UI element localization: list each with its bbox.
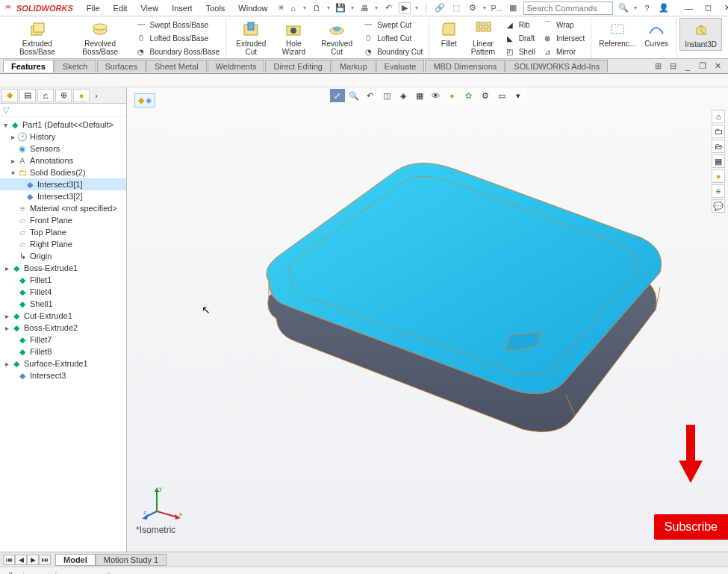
view-orientation-icon[interactable]: ◈ [396, 89, 411, 102]
view-more-icon[interactable]: ▾ [511, 89, 526, 102]
previous-view-icon[interactable]: ↶ [363, 89, 378, 102]
tree-boss-extrude2[interactable]: ▸◆Boss-Extrude2 [0, 322, 126, 334]
view-settings-icon[interactable]: ⚙ [478, 89, 493, 102]
print-icon[interactable]: 🖶 [358, 2, 370, 14]
tree-origin[interactable]: ↳Origin [0, 250, 126, 262]
hide-show-icon[interactable]: 👁 [429, 89, 444, 102]
shell-button[interactable]: ◰Shell [501, 45, 538, 58]
tab-mbd-dimensions[interactable]: MBD Dimensions [425, 60, 505, 72]
home-icon[interactable]: ⌂ [287, 2, 299, 14]
search-commands-input[interactable] [523, 1, 613, 15]
tree-tab-display[interactable]: ● [73, 89, 90, 102]
task-forum-icon[interactable]: 💬 [712, 199, 725, 213]
lofted-cut-button[interactable]: ⬯Lofted Cut [359, 31, 426, 45]
doc-restore-icon[interactable]: ❐ [697, 60, 709, 72]
tab-nav-first[interactable]: ⏮ [3, 555, 15, 565]
edit-appearance-icon[interactable]: ● [445, 89, 460, 102]
undo-icon[interactable]: ↶ [382, 2, 394, 14]
commands-icon[interactable]: ▦ [507, 2, 519, 14]
new-icon[interactable]: 🗋 [311, 2, 323, 14]
tab-nav-next[interactable]: ▶ [27, 555, 39, 565]
tree-right-plane[interactable]: ▱Right Plane [0, 238, 126, 250]
tab-sketch[interactable]: Sketch [55, 60, 96, 72]
tree-fillet8[interactable]: ◆Fillet8 [0, 346, 126, 358]
selection-filter-icon[interactable]: ▯ [4, 570, 16, 575]
doc-close-icon[interactable]: ✕ [712, 60, 724, 72]
task-appearances-icon[interactable]: ● [712, 169, 725, 183]
tab-surfaces[interactable]: Surfaces [97, 60, 146, 72]
instant3d-button[interactable]: Instant3D [679, 18, 722, 51]
help-icon[interactable]: ? [641, 2, 653, 14]
tree-fillet7[interactable]: ◆Fillet7 [0, 334, 126, 346]
tree-tab-feature[interactable]: ◆ [1, 89, 18, 102]
user-icon[interactable]: 👤 [658, 2, 670, 14]
filter-surface-icon[interactable]: ▱ [84, 570, 96, 575]
tree-solid-bodies[interactable]: ▾🗀Solid Bodies(2) [0, 166, 126, 178]
doc-minimize-icon[interactable]: _ [682, 60, 694, 72]
task-file-explorer-icon[interactable]: 🗁 [712, 140, 725, 153]
fillet-button[interactable]: Fillet [432, 18, 465, 58]
tree-material[interactable]: ≡Material <not specified> [0, 202, 126, 214]
extruded-boss-button[interactable]: Extruded Boss/Base [6, 18, 69, 58]
swept-boss-button[interactable]: 〰Swept Boss/Base [132, 18, 223, 31]
tree-annotations[interactable]: ▸AAnnotations [0, 155, 126, 166]
filter-axis-icon[interactable]: ↕ [120, 570, 132, 575]
tree-history[interactable]: ▸🕑History [0, 131, 126, 143]
bottom-tab-model[interactable]: Model [55, 554, 96, 566]
tree-fillet4[interactable]: ◆Fillet4 [0, 286, 126, 298]
filter-solid-icon[interactable]: ◈ [102, 570, 114, 575]
panel-layout-1-icon[interactable]: ⊞ [652, 60, 664, 72]
wrap-button[interactable]: ⌒Wrap [538, 18, 588, 31]
tree-top-plane[interactable]: ▱Top Plane [0, 226, 126, 238]
search-icon[interactable]: 🔍 [617, 2, 629, 14]
curves-button[interactable]: Curves [640, 18, 673, 49]
minimize-button[interactable]: — [680, 1, 698, 15]
tree-tab-dimxpert[interactable]: ⊕ [55, 89, 72, 102]
section-view-icon[interactable]: ◫ [379, 89, 394, 102]
subscribe-button[interactable]: Subscribe [654, 514, 728, 540]
task-design-library-icon[interactable]: 🗀 [712, 125, 725, 138]
menu-file[interactable]: File [81, 2, 106, 14]
menu-view[interactable]: View [134, 2, 164, 14]
tab-sheet-metal[interactable]: Sheet Metal [146, 60, 207, 72]
tree-tab-config[interactable]: ⎌ [37, 89, 54, 102]
tree-filter[interactable]: ▽ [0, 104, 126, 117]
tab-direct-editing[interactable]: Direct Editing [265, 60, 330, 72]
rebuild-icon[interactable]: ⬚ [450, 2, 462, 14]
linear-pattern-button[interactable]: Linear Pattern [465, 18, 500, 58]
menu-tools[interactable]: Tools [200, 2, 231, 14]
hole-wizard-button[interactable]: Hole Wizard [273, 18, 315, 58]
tree-cut-extrude1[interactable]: ▸◆Cut-Extrude1 [0, 310, 126, 322]
menu-insert[interactable]: Insert [166, 2, 199, 14]
revolved-boss-button[interactable]: Revolved Boss/Base [69, 18, 132, 58]
tree-tab-more[interactable]: › [91, 89, 102, 102]
filter-face-icon[interactable]: ▭ [66, 570, 78, 575]
tab-solidworks-addins[interactable]: SOLIDWORKS Add-Ins [505, 60, 608, 72]
boundary-boss-button[interactable]: ◔Boundary Boss/Base [132, 45, 223, 58]
options-icon[interactable]: ⚙ [467, 2, 479, 14]
link-icon[interactable]: 🔗 [434, 2, 446, 14]
zoom-fit-icon[interactable]: ⤢ [330, 89, 345, 102]
tree-intersect3[interactable]: ◆Intersect3 [0, 369, 126, 381]
apply-scene-icon[interactable]: ✿ [461, 89, 476, 102]
lofted-boss-button[interactable]: ⬯Lofted Boss/Base [132, 31, 223, 45]
task-custom-props-icon[interactable]: ≡ [712, 184, 725, 198]
task-view-palette-icon[interactable]: ▦ [712, 155, 725, 168]
viewport-flyout[interactable]: ◆ ◈ [134, 93, 155, 107]
mirror-button[interactable]: ⊿Mirror [538, 45, 588, 58]
menu-window[interactable]: Window [232, 2, 273, 14]
tab-nav-last[interactable]: ⏭ [39, 555, 51, 565]
tree-shell1[interactable]: ◆Shell1 [0, 298, 126, 310]
filter-edge-icon[interactable]: ／ [49, 570, 60, 575]
task-home-icon[interactable]: ⌂ [712, 110, 725, 123]
tab-markup[interactable]: Markup [332, 60, 376, 72]
tree-fillet1[interactable]: ◆Fillet1 [0, 274, 126, 286]
maximize-button[interactable]: ◻ [700, 1, 718, 15]
tree-intersect3-2[interactable]: ◆Intersect3[2] [0, 190, 126, 202]
menu-edit[interactable]: Edit [108, 2, 134, 14]
tab-nav-prev[interactable]: ◀ [15, 555, 27, 565]
extruded-cut-button[interactable]: Extruded Cut [229, 18, 273, 58]
bottom-tab-motion-study[interactable]: Motion Study 1 [96, 554, 167, 566]
boundary-cut-button[interactable]: ◔Boundary Cut [359, 45, 426, 58]
rib-button[interactable]: ◢Rib [501, 18, 538, 31]
